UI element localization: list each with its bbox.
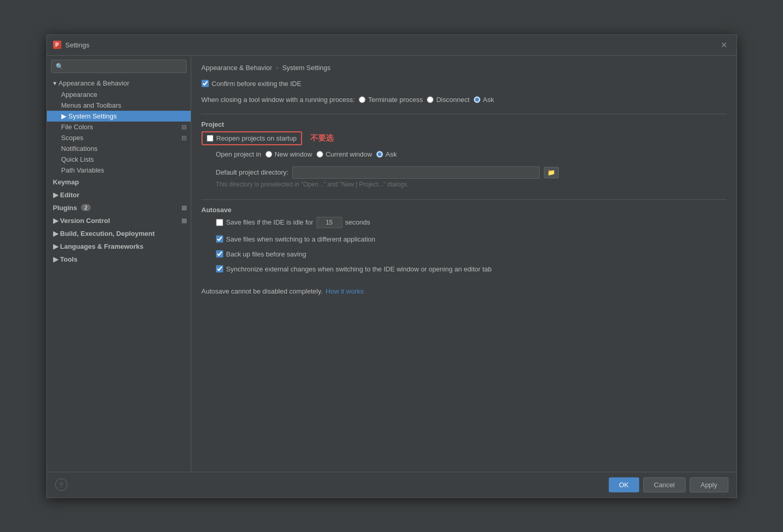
autosave-note: Autosave cannot be disabled completely. — [202, 287, 323, 295]
open-project-label: Open project in — [216, 150, 261, 158]
terminate-radio[interactable] — [359, 96, 365, 103]
sidebar-item-editor[interactable]: ▶ Editor — [47, 188, 191, 201]
sidebar-group-label: Appearance & Behavior — [59, 79, 129, 87]
new-window-radio[interactable] — [265, 151, 272, 158]
project-section-label: Project — [202, 121, 726, 128]
backup-checkbox[interactable] — [216, 250, 223, 258]
new-window-radio-wrap: New window — [265, 150, 312, 158]
breadcrumb-sep: › — [276, 64, 278, 72]
sidebar-item-file-colors[interactable]: File Colors ▤ — [47, 122, 191, 132]
confirm-exit-label: Confirm before exiting the IDE — [212, 80, 302, 88]
reopen-checkbox[interactable] — [207, 135, 213, 142]
search-input[interactable] — [51, 60, 187, 73]
current-window-radio[interactable] — [316, 151, 323, 158]
sidebar-item-label: File Colors — [61, 123, 93, 131]
sidebar-item-path-variables[interactable]: Path Variables — [47, 165, 191, 176]
sidebar-item-build[interactable]: ▶ Build, Execution, Deployment — [47, 227, 191, 240]
autosave-section-label: Autosave — [202, 206, 726, 214]
sync-label: Synchronize external changes when switch… — [226, 265, 492, 273]
ask2-label: Ask — [386, 150, 397, 158]
ask-radio[interactable] — [474, 96, 480, 103]
default-dir-input[interactable] — [292, 166, 540, 179]
breadcrumb-part1: Appearance & Behavior — [202, 64, 272, 72]
backup-label: Back up files before saving — [226, 250, 306, 258]
sidebar-item-quick-lists[interactable]: Quick Lists — [47, 154, 191, 165]
dir-hint: This directory is preselected in "Open..… — [202, 181, 726, 188]
app-icon: P — [53, 41, 61, 49]
sidebar-item-languages[interactable]: ▶ Languages & Frameworks — [47, 240, 191, 253]
sidebar-item-scopes[interactable]: Scopes ▤ — [47, 132, 191, 143]
expand-arrow-icon: ▶ — [53, 191, 58, 199]
sidebar-item-appearance[interactable]: Appearance — [47, 89, 191, 100]
save-switch-checkbox[interactable] — [216, 235, 223, 243]
breadcrumb-part2: System Settings — [282, 64, 330, 72]
confirm-exit-checkbox[interactable] — [202, 80, 209, 87]
current-window-label: Current window — [326, 150, 372, 158]
ask2-radio-wrap: Ask — [376, 150, 397, 158]
title-bar-left: P Settings — [53, 41, 90, 49]
footer: ? OK Cancel Apply — [47, 472, 737, 497]
sync-row: Synchronize external changes when switch… — [202, 265, 726, 273]
sidebar-item-label: Path Variables — [61, 166, 105, 174]
default-dir-row: Default project directory: 📁 — [202, 166, 726, 179]
sidebar-item-system-settings[interactable]: ▶ System Settings — [47, 111, 191, 122]
sidebar-item-label: Build, Execution, Deployment — [60, 230, 155, 237]
sidebar-item-label: Version Control — [60, 217, 110, 225]
sidebar-item-notifications[interactable]: Notifications — [47, 143, 191, 154]
content-area: ▾ Appearance & Behavior Appearance Menus… — [47, 56, 737, 472]
edit-icon: ▤ — [181, 134, 187, 141]
expand-arrow-icon: ▶ — [53, 217, 58, 225]
footer-buttons: OK Cancel Apply — [609, 477, 728, 492]
sidebar-item-version-control[interactable]: ▶ Version Control ▤ — [47, 214, 191, 227]
expand-arrow-icon: ▶ — [53, 230, 58, 237]
collapse-arrow-icon: ▾ — [53, 79, 57, 87]
sidebar-item-label: Tools — [60, 255, 78, 263]
sidebar-item-label: Languages & Frameworks — [60, 243, 144, 250]
sidebar-item-appearance-behavior[interactable]: ▾ Appearance & Behavior — [47, 77, 191, 89]
idle-unit-label: seconds — [345, 218, 370, 226]
confirm-exit-row: Confirm before exiting the IDE — [202, 80, 726, 88]
expand-arrow-icon: ▶ — [53, 243, 58, 250]
sidebar-item-label: Quick Lists — [61, 156, 94, 163]
help-button[interactable]: ? — [55, 478, 68, 491]
apply-button[interactable]: Apply — [690, 477, 728, 492]
browse-button[interactable]: 📁 — [544, 167, 559, 178]
sidebar-item-tools[interactable]: ▶ Tools — [47, 253, 191, 266]
close-button[interactable]: ✕ — [718, 39, 730, 51]
ask-radio-wrap: Ask — [474, 96, 494, 104]
idle-input[interactable] — [316, 217, 342, 228]
sidebar-item-keymap[interactable]: Keymap — [47, 176, 191, 188]
sidebar-item-label: Notifications — [61, 145, 98, 152]
terminate-radio-wrap: Terminate process — [359, 96, 423, 104]
dialog-title: Settings — [65, 41, 90, 49]
disconnect-radio[interactable] — [427, 96, 434, 103]
ask-label: Ask — [483, 96, 494, 104]
sidebar-item-label: Keymap — [53, 178, 79, 186]
edit-icon: ▤ — [181, 204, 187, 211]
expand-arrow-icon: ▶ — [61, 112, 66, 120]
settings-dialog: P Settings ✕ ▾ Appearance & Behavior App… — [46, 35, 737, 498]
sidebar-item-label: System Settings — [69, 112, 117, 120]
main-panel: Appearance & Behavior › System Settings … — [191, 56, 737, 472]
cancel-button[interactable]: Cancel — [643, 477, 686, 492]
edit-icon: ▤ — [181, 217, 187, 224]
sidebar-item-label: Menus and Toolbars — [61, 101, 122, 109]
default-dir-label: Default project directory: — [216, 168, 289, 176]
expand-arrow-icon: ▶ — [53, 255, 58, 263]
ok-button[interactable]: OK — [609, 477, 639, 492]
edit-icon: ▤ — [181, 124, 187, 130]
disconnect-radio-wrap: Disconnect — [427, 96, 469, 104]
sidebar-item-plugins[interactable]: Plugins 2 ▤ — [47, 201, 191, 214]
save-idle-label1: Save files if the IDE is idle for — [226, 218, 313, 226]
sync-checkbox[interactable] — [216, 265, 223, 272]
how-it-works-link[interactable]: How it works — [326, 287, 364, 295]
reopen-label: Reopen projects on startup — [216, 134, 297, 142]
sidebar-item-label: Scopes — [61, 134, 84, 142]
open-project-row: Open project in New window Current windo… — [202, 150, 726, 158]
tool-window-row: When closing a tool window with a runnin… — [202, 96, 726, 104]
sidebar-item-menus-toolbars[interactable]: Menus and Toolbars — [47, 100, 191, 111]
reopen-box: Reopen projects on startup — [202, 131, 302, 145]
save-idle-checkbox[interactable] — [216, 219, 223, 226]
reopen-row: Reopen projects on startup 不要选 — [202, 131, 726, 145]
ask2-radio[interactable] — [376, 151, 383, 158]
